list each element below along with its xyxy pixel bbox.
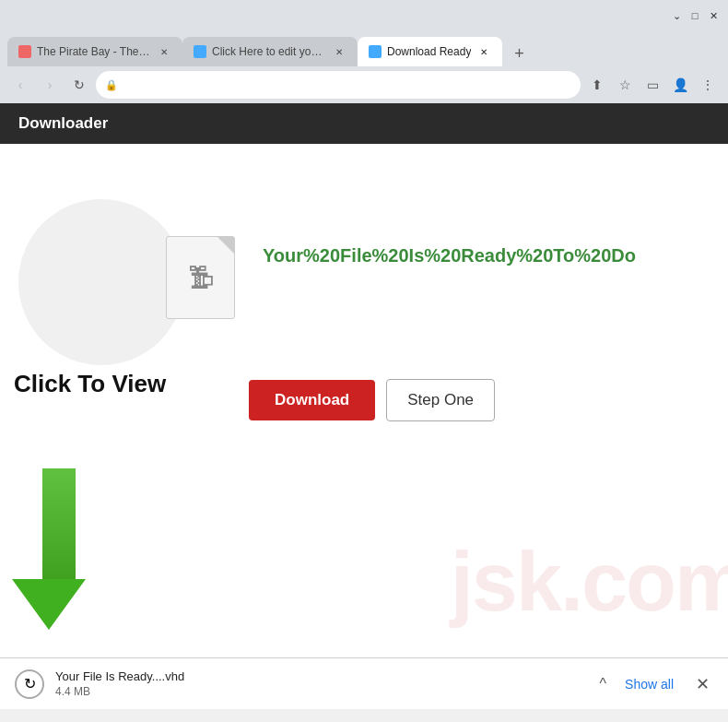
downloader-header: Downloader [0, 103, 728, 144]
window-controls: ⌄ □ ✕ [669, 8, 721, 23]
tab-close-3[interactable]: ✕ [476, 44, 491, 59]
download-button[interactable]: Download [249, 380, 375, 420]
tab-close-2[interactable]: ✕ [332, 44, 346, 59]
maximize-button[interactable]: □ [687, 8, 702, 23]
share-button[interactable]: ⬆ [584, 72, 610, 98]
address-bar-row: ‹ › ↻ 🔒 ⬆ ☆ ▭ 👤 ⋮ [0, 66, 728, 103]
ready-text: Your%20File%20Is%20Ready%20To%20Do [263, 245, 636, 266]
close-button[interactable]: ✕ [706, 8, 721, 23]
arrow-head [12, 579, 86, 630]
file-icon-symbol: 🗜 [188, 263, 214, 293]
tab-pirate-bay[interactable]: The Pirate Bay - The ga ✕ [7, 37, 182, 66]
address-bar[interactable]: 🔒 [96, 71, 581, 99]
show-all-button[interactable]: Show all [617, 673, 681, 695]
arrow-shaft [42, 468, 76, 579]
toolbar-right: ⬆ ☆ ▭ 👤 ⋮ [584, 72, 721, 98]
tab-favicon-3 [369, 45, 382, 58]
download-bar-info: Your File Is Ready....vhd 4.4 MB [55, 669, 589, 698]
step-one-button[interactable]: Step One [386, 379, 495, 421]
watermark: jsk.com [451, 535, 728, 630]
buttons-area: Download Step One [249, 379, 495, 421]
profile-button[interactable]: 👤 [667, 72, 693, 98]
lock-icon: 🔒 [105, 79, 118, 91]
click-to-view-label: Click To View [14, 370, 166, 398]
download-chevron-button[interactable]: ^ [600, 676, 607, 692]
menu-button[interactable]: ⋮ [695, 72, 721, 98]
download-size: 4.4 MB [55, 685, 589, 698]
browser-chrome: ⌄ □ ✕ The Pirate Bay - The ga ✕ Click He… [0, 0, 728, 103]
tab-download-ready[interactable]: Download Ready ✕ [358, 37, 502, 66]
main-area: jsk.com 🗜 Your%20File%20Is%20Ready%20To%… [0, 144, 728, 657]
tab-favicon-2 [194, 45, 206, 58]
minimize-button[interactable]: ⌄ [669, 8, 684, 23]
reader-view-button[interactable]: ▭ [640, 72, 665, 98]
tab-label-3: Download Ready [387, 45, 471, 58]
forward-button[interactable]: › [37, 72, 63, 98]
download-filename: Your File Is Ready....vhd [55, 669, 589, 683]
refresh-button[interactable]: ↻ [66, 72, 92, 98]
bookmark-button[interactable]: ☆ [612, 72, 638, 98]
download-bar: ↻ Your File Is Ready....vhd 4.4 MB ^ Sho… [0, 657, 728, 709]
new-tab-button[interactable]: + [506, 41, 532, 66]
circle-bg-decoration [18, 199, 184, 365]
tab-favicon-1 [18, 45, 31, 58]
tab-label-2: Click Here to edit your t [212, 45, 326, 58]
back-button[interactable]: ‹ [7, 72, 33, 98]
tab-label-1: The Pirate Bay - The ga [37, 45, 151, 58]
tab-close-1[interactable]: ✕ [157, 44, 171, 59]
file-icon: 🗜 [166, 236, 235, 319]
download-spinner-icon: ↻ [15, 669, 44, 699]
file-icon-container: 🗜 [166, 236, 235, 319]
download-bar-close-button[interactable]: ✕ [692, 670, 713, 698]
title-bar: ⌄ □ ✕ [0, 0, 728, 31]
tab-click-here[interactable]: Click Here to edit your t ✕ [182, 37, 358, 66]
page-content: Downloader jsk.com 🗜 Your%20File%20Is%20… [0, 103, 728, 657]
spinner-symbol: ↻ [24, 675, 36, 692]
tabs-bar: The Pirate Bay - The ga ✕ Click Here to … [0, 31, 728, 66]
downloader-title: Downloader [18, 114, 108, 133]
arrow-down-decoration [32, 468, 86, 630]
